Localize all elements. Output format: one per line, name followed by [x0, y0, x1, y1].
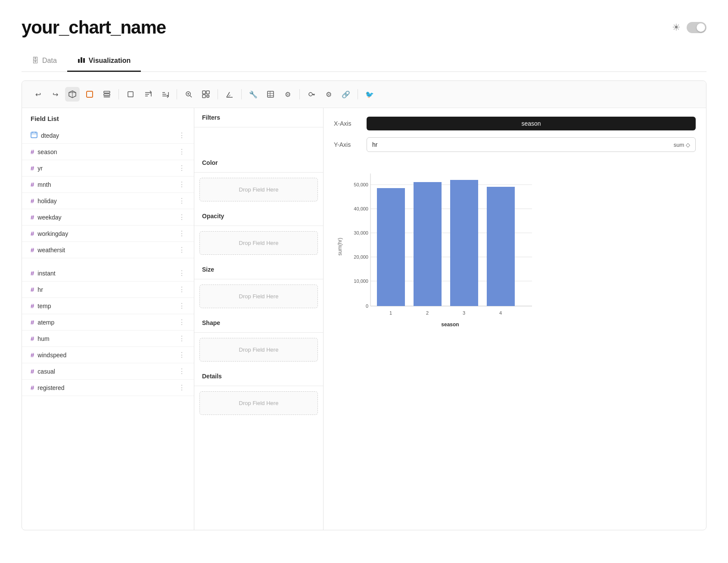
- field-menu-instant[interactable]: ⋮: [178, 269, 185, 277]
- field-menu-holiday[interactable]: ⋮: [178, 197, 185, 205]
- tab-visualization[interactable]: Visualization: [67, 51, 141, 72]
- svg-line-29: [227, 92, 230, 97]
- opacity-header: Opacity: [194, 207, 323, 226]
- field-item-instant[interactable]: # instant ⋮: [22, 265, 194, 282]
- field-menu-casual[interactable]: ⋮: [178, 367, 185, 375]
- field-name-workingday: workingday: [37, 230, 68, 237]
- field-icon-workingday: #: [31, 230, 34, 237]
- redo-button[interactable]: ↪: [48, 87, 62, 102]
- svg-text:20,000: 20,000: [354, 254, 368, 260]
- field-menu-hr[interactable]: ⋮: [178, 285, 185, 294]
- size-header: Size: [194, 260, 323, 279]
- field-menu-mnth[interactable]: ⋮: [178, 180, 185, 189]
- field-icon-season: #: [31, 148, 34, 155]
- x-axis-badge[interactable]: season: [367, 117, 696, 130]
- field-item-weathersit[interactable]: # weathersit ⋮: [22, 242, 194, 258]
- layers-button[interactable]: [100, 87, 114, 102]
- size-drop-zone[interactable]: Drop Field Here: [199, 285, 318, 308]
- field-name-season: season: [37, 148, 57, 155]
- settings-button[interactable]: ⚙: [280, 87, 295, 102]
- cursor-button[interactable]: [82, 87, 97, 102]
- field-item-hr[interactable]: # hr ⋮: [22, 282, 194, 298]
- header: your_chart_name ☀: [22, 17, 706, 38]
- field-menu-yr[interactable]: ⋮: [178, 164, 185, 172]
- field-name-registered: registered: [37, 384, 64, 391]
- field-menu-atemp[interactable]: ⋮: [178, 318, 185, 326]
- field-item-dteday[interactable]: dteday ⋮: [22, 127, 194, 144]
- undo-button[interactable]: ↩: [31, 87, 45, 102]
- shape-drop-zone[interactable]: Drop Field Here: [199, 338, 318, 362]
- field-list-title: Field List: [22, 115, 194, 127]
- field-menu-temp[interactable]: ⋮: [178, 302, 185, 310]
- field-item-registered[interactable]: # registered ⋮: [22, 380, 194, 396]
- chain-button[interactable]: ⚙: [321, 87, 336, 102]
- field-item-workingday[interactable]: # workingday ⋮: [22, 226, 194, 242]
- field-menu-weekday[interactable]: ⋮: [178, 213, 185, 221]
- field-name-weekday: weekday: [37, 214, 61, 221]
- field-icon-yr: #: [31, 164, 34, 172]
- field-name-dteday: dteday: [41, 132, 59, 139]
- table-button[interactable]: [263, 87, 278, 102]
- sort-desc-button[interactable]: [158, 87, 172, 102]
- field-list-panel: Field List dteday ⋮: [22, 108, 194, 530]
- x-axis-row: X-Axis season: [334, 117, 696, 130]
- toolbar-sep-4: [241, 89, 242, 99]
- field-menu-hum[interactable]: ⋮: [178, 334, 185, 343]
- sort-asc-button[interactable]: [140, 87, 155, 102]
- bird-button[interactable]: 🐦: [362, 87, 377, 102]
- field-item-hum[interactable]: # hum ⋮: [22, 331, 194, 347]
- opacity-drop-zone[interactable]: Drop Field Here: [199, 231, 318, 255]
- tab-data[interactable]: 🗄 Data: [22, 51, 67, 72]
- color-drop-zone[interactable]: Drop Field Here: [199, 178, 318, 201]
- grid-settings-button[interactable]: [199, 87, 213, 102]
- svg-text:30,000: 30,000: [354, 230, 368, 235]
- wrench-button[interactable]: 🔧: [246, 87, 261, 102]
- field-item-mnth[interactable]: # mnth ⋮: [22, 176, 194, 193]
- field-name-holiday: holiday: [37, 198, 56, 204]
- toolbar: ↩ ↪: [22, 81, 706, 108]
- bar-season-3: [450, 180, 478, 306]
- bar-season-4: [487, 187, 515, 306]
- key-settings-button[interactable]: [304, 87, 319, 102]
- 3d-box-button[interactable]: [65, 87, 80, 102]
- svg-text:1: 1: [389, 310, 392, 316]
- y-axis-box[interactable]: hr sum ◇: [367, 137, 696, 152]
- bar-chart: sum(hr) 0 10,000 20,000 30,000: [334, 161, 696, 334]
- link-button[interactable]: 🔗: [339, 87, 353, 102]
- field-item-season[interactable]: # season ⋮: [22, 144, 194, 160]
- field-menu-weathersit[interactable]: ⋮: [178, 246, 185, 254]
- field-menu-windspeed[interactable]: ⋮: [178, 351, 185, 359]
- zoom-button[interactable]: [181, 87, 196, 102]
- field-icon-weathersit: #: [31, 246, 34, 254]
- frame-button[interactable]: [123, 87, 138, 102]
- svg-rect-25: [202, 95, 205, 98]
- theme-toggle[interactable]: [687, 22, 706, 33]
- field-name-instant: instant: [37, 270, 55, 277]
- field-item-weekday[interactable]: # weekday ⋮: [22, 209, 194, 226]
- svg-rect-0: [78, 59, 80, 63]
- field-item-atemp[interactable]: # atemp ⋮: [22, 314, 194, 331]
- field-menu-workingday[interactable]: ⋮: [178, 229, 185, 238]
- details-drop-zone[interactable]: Drop Field Here: [199, 391, 318, 415]
- svg-rect-23: [202, 91, 205, 94]
- field-item-temp[interactable]: # temp ⋮: [22, 298, 194, 314]
- field-menu-dteday[interactable]: ⋮: [178, 131, 185, 139]
- svg-rect-7: [104, 91, 110, 93]
- color-header: Color: [194, 153, 323, 173]
- field-menu-season[interactable]: ⋮: [178, 148, 185, 156]
- field-icon-weekday: #: [31, 213, 34, 221]
- y-axis-func: sum ◇: [674, 142, 690, 148]
- field-name-temp: temp: [37, 303, 51, 309]
- field-name-casual: casual: [37, 368, 55, 375]
- y-axis-label: Y-Axis: [334, 141, 360, 148]
- angle-button[interactable]: [222, 87, 237, 102]
- svg-rect-24: [206, 91, 209, 94]
- field-item-windspeed[interactable]: # windspeed ⋮: [22, 347, 194, 363]
- field-name-mnth: mnth: [37, 181, 51, 188]
- field-item-casual[interactable]: # casual ⋮: [22, 363, 194, 380]
- field-item-holiday[interactable]: # holiday ⋮: [22, 193, 194, 209]
- svg-rect-2: [83, 58, 85, 63]
- field-item-yr[interactable]: # yr ⋮: [22, 160, 194, 176]
- field-icon-temp: #: [31, 302, 34, 309]
- field-menu-registered[interactable]: ⋮: [178, 384, 185, 392]
